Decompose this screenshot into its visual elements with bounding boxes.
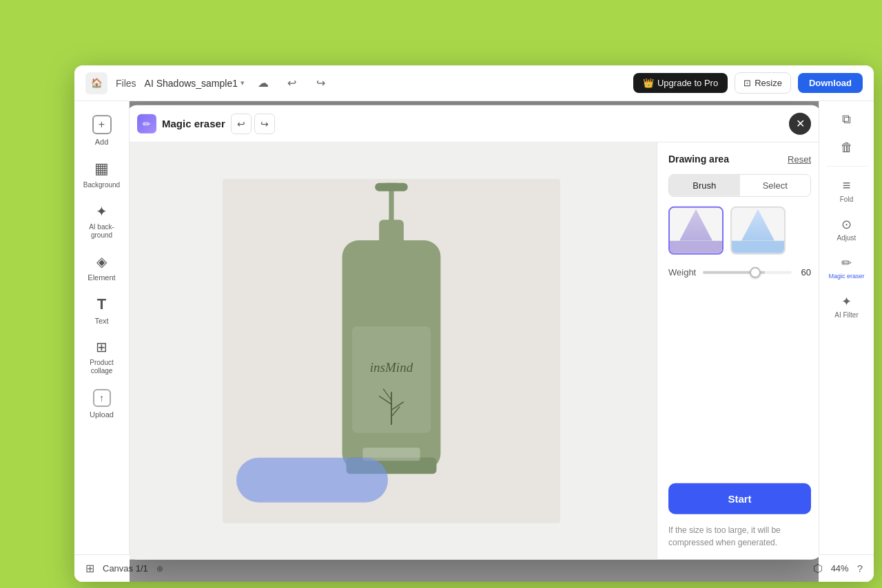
sidebar-item-label-text: Text: [94, 317, 108, 325]
sidebar-item-element[interactable]: ◈ Element: [79, 248, 125, 287]
filename-dropdown-icon: ▾: [240, 78, 245, 87]
weight-row: Weight 60: [668, 267, 811, 277]
magic-eraser-right-icon: ✏: [841, 255, 852, 271]
text-icon: T: [97, 295, 106, 313]
resize-label: Resize: [755, 78, 782, 88]
resize-button[interactable]: ⊡ Resize: [735, 72, 791, 94]
sidebar-item-label-upload: Upload: [90, 410, 114, 419]
brush-swatch-outline: [732, 241, 784, 253]
sidebar: + Add ▦ Back­ground ✦ AI back­ground ◈ E…: [74, 101, 130, 582]
right-panel-delete[interactable]: 🗑: [825, 136, 869, 159]
sidebar-item-product-collage[interactable]: ⊞ Product collage: [79, 333, 125, 381]
redo-button[interactable]: ↪: [311, 73, 331, 94]
svg-rect-1: [389, 189, 393, 222]
layers-icon: ⊞: [85, 562, 94, 575]
topbar: 🏠 Files AI Shadows_sample1 ▾ ☁ ↩ ↪ 👑 Upg…: [74, 65, 874, 101]
sidebar-item-upload[interactable]: ↑ Upload: [79, 384, 125, 424]
brush-option-outline[interactable]: [730, 207, 786, 255]
cloud-icon: ☁: [258, 76, 269, 90]
start-button[interactable]: Start: [668, 483, 811, 514]
divider: [826, 166, 868, 167]
canvas-area: ✏ Magic eraser ↩ ↪ ✕: [130, 101, 819, 582]
close-modal-button[interactable]: ✕: [789, 112, 811, 134]
zoom-level: 44%: [831, 563, 849, 574]
copy-icon: ⧉: [842, 112, 851, 127]
right-panel-magic-eraser[interactable]: ✏ Magic eraser: [825, 251, 869, 284]
right-panel-fold[interactable]: ≡ Fold: [825, 174, 869, 207]
notice-text: If the size is too large, it will be com…: [668, 524, 811, 549]
spacer: [668, 287, 811, 474]
magic-eraser-icon: ✏: [137, 114, 156, 133]
brush-toggle-button[interactable]: Brush: [669, 175, 740, 196]
right-panel: ⧉ 🗑 ≡ Fold ⊙ Adjust ✏ Magic eraser ✦ AI …: [819, 101, 874, 582]
magic-eraser-label: Magic eraser: [828, 273, 864, 280]
magic-eraser-modal: ✏ Magic eraser ↩ ↪ ✕: [130, 105, 819, 560]
brush-stroke: [236, 458, 388, 503]
tool-toggle: Brush Select: [668, 174, 811, 197]
sidebar-item-label-element: Element: [88, 273, 115, 282]
sidebar-item-label-product-collage: Product collage: [81, 359, 123, 375]
files-link[interactable]: Files: [116, 78, 136, 89]
sidebar-item-add[interactable]: + Add: [79, 109, 125, 151]
home-icon: 🏠: [91, 78, 103, 88]
ai-filter-icon: ✦: [841, 294, 852, 309]
undo-button[interactable]: ↩: [282, 73, 302, 94]
add-icon: +: [92, 115, 112, 134]
right-panel-ai-filter[interactable]: ✦ AI Filter: [825, 290, 869, 323]
adjust-icon: ⊙: [841, 217, 852, 232]
topbar-right: 👑 Upgrade to Pro ⊡ Resize Download: [633, 72, 863, 94]
drawing-area-title: Drawing area: [668, 154, 729, 165]
modal-redo-icon: ↪: [260, 118, 269, 129]
modal-header: ✏ Magic eraser ↩ ↪ ✕: [130, 105, 819, 143]
upgrade-button[interactable]: 👑 Upgrade to Pro: [633, 73, 728, 93]
brush-options: [668, 207, 811, 255]
weight-slider[interactable]: [703, 271, 792, 273]
undo-icon: ↩: [287, 76, 296, 90]
sidebar-item-ai-background[interactable]: ✦ AI back­ground: [79, 198, 125, 245]
sidebar-item-label-ai-background: AI back­ground: [81, 223, 123, 240]
brush-preview-outline: [730, 207, 786, 255]
brush-option-solid[interactable]: [668, 207, 724, 255]
weight-value: 60: [799, 267, 811, 277]
help-icon: ?: [857, 563, 863, 574]
product-image-container: insMind: [223, 179, 560, 523]
upgrade-label: Upgrade to Pro: [657, 78, 718, 88]
app-window: 🏠 Files AI Shadows_sample1 ▾ ☁ ↩ ↪ 👑 Upg…: [74, 65, 874, 582]
fold-label: Fold: [840, 196, 853, 203]
brush-shape-outline: [741, 209, 775, 241]
fold-icon: ≡: [843, 178, 851, 193]
select-toggle-button[interactable]: Select: [740, 175, 811, 196]
modal-right-panel: Drawing area Reset Brush Select: [657, 143, 819, 560]
close-icon: ✕: [796, 117, 805, 130]
brush-shape-solid: [679, 209, 712, 241]
ai-filter-label: AI Filter: [834, 311, 858, 319]
reset-button[interactable]: Reset: [788, 154, 811, 164]
right-panel-copy[interactable]: ⧉: [825, 108, 869, 131]
adjust-label: Adjust: [837, 234, 857, 242]
modal-undo-button[interactable]: ↩: [231, 113, 252, 134]
product-collage-icon: ⊞: [96, 339, 107, 355]
ai-background-icon: ✦: [96, 203, 107, 220]
sidebar-item-text[interactable]: T Text: [79, 290, 125, 330]
upload-icon: ↑: [93, 389, 111, 407]
sidebar-item-background[interactable]: ▦ Back­ground: [79, 154, 125, 195]
weight-label: Weight: [668, 267, 696, 277]
right-panel-adjust[interactable]: ⊙ Adjust: [825, 213, 869, 246]
modal-canvas[interactable]: insMind: [130, 143, 657, 560]
modal-redo-button[interactable]: ↪: [254, 113, 275, 134]
modal-body: insMind: [130, 143, 819, 560]
cloud-sync-button[interactable]: ☁: [253, 73, 274, 94]
home-button[interactable]: 🏠: [85, 72, 107, 94]
filename-text: AI Shadows_sample1: [145, 78, 238, 89]
sidebar-item-label-background: Back­ground: [83, 181, 120, 189]
svg-text:insMind: insMind: [370, 360, 413, 375]
resize-icon: ⊡: [743, 78, 751, 88]
trash-icon: 🗑: [841, 140, 853, 155]
filename-dropdown[interactable]: AI Shadows_sample1 ▾: [145, 78, 245, 89]
modal-title-row: ✏ Magic eraser ↩ ↪: [137, 113, 781, 134]
svg-rect-2: [375, 183, 408, 191]
brush-swatch-solid: [670, 241, 722, 253]
element-icon: ◈: [96, 253, 107, 270]
modal-title: Magic eraser: [162, 118, 225, 129]
download-button[interactable]: Download: [798, 73, 863, 93]
